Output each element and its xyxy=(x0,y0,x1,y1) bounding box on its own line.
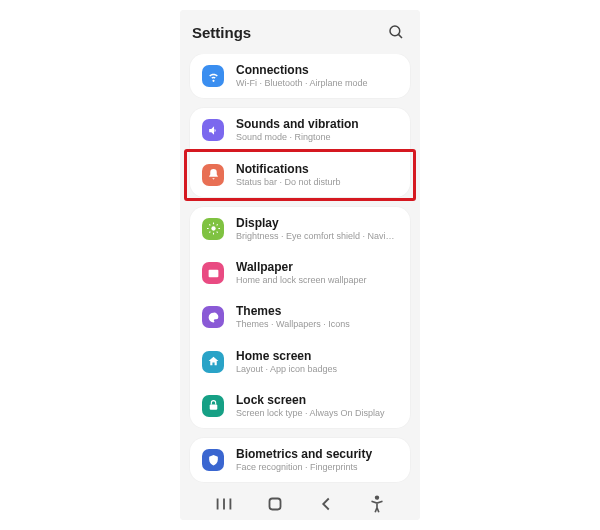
row-subtitle: Themes · Wallpapers · Icons xyxy=(236,319,350,330)
svg-point-10 xyxy=(375,496,378,499)
search-icon xyxy=(387,23,405,41)
row-subtitle: Brightness · Eye comfort shield · Naviga… xyxy=(236,231,398,242)
row-notifications[interactable]: Notifications Status bar · Do not distur… xyxy=(190,153,410,197)
svg-rect-9 xyxy=(269,499,280,510)
sun-icon xyxy=(202,218,224,240)
row-biometrics[interactable]: Biometrics and security Face recognition… xyxy=(190,438,410,482)
row-title: Wallpaper xyxy=(236,260,367,275)
wifi-icon xyxy=(202,65,224,87)
image-icon xyxy=(202,262,224,284)
page-title: Settings xyxy=(192,24,384,41)
row-title: Display xyxy=(236,216,398,231)
row-title: Biometrics and security xyxy=(236,447,372,462)
accessibility-button[interactable] xyxy=(366,493,388,515)
row-connections[interactable]: Connections Wi-Fi · Bluetooth · Airplane… xyxy=(190,54,410,98)
row-subtitle: Face recognition · Fingerprints xyxy=(236,462,372,473)
bell-icon xyxy=(202,164,224,186)
row-title: Home screen xyxy=(236,349,337,364)
settings-list: Connections Wi-Fi · Bluetooth · Airplane… xyxy=(180,54,420,488)
recents-button[interactable] xyxy=(213,493,235,515)
row-home[interactable]: Home screen Layout · App icon badges xyxy=(190,340,410,384)
back-icon xyxy=(315,493,337,515)
settings-group: Biometrics and security Face recognition… xyxy=(190,438,410,482)
back-button[interactable] xyxy=(315,493,337,515)
row-display[interactable]: Display Brightness · Eye comfort shield … xyxy=(190,207,410,251)
settings-group: Sounds and vibration Sound mode · Ringto… xyxy=(190,108,410,197)
recents-icon xyxy=(213,493,235,515)
svg-point-2 xyxy=(211,227,215,231)
row-title: Themes xyxy=(236,304,350,319)
search-button[interactable] xyxy=(384,20,408,44)
header: Settings xyxy=(180,10,420,54)
row-subtitle: Home and lock screen wallpaper xyxy=(236,275,367,286)
svg-rect-5 xyxy=(209,405,217,410)
shield-icon xyxy=(202,449,224,471)
accessibility-icon xyxy=(366,493,388,515)
home-button[interactable] xyxy=(264,493,286,515)
row-themes[interactable]: Themes Themes · Wallpapers · Icons xyxy=(190,295,410,339)
lock-icon xyxy=(202,395,224,417)
row-title: Connections xyxy=(236,63,368,78)
row-subtitle: Status bar · Do not disturb xyxy=(236,177,341,188)
palette-icon xyxy=(202,306,224,328)
row-title: Notifications xyxy=(236,162,341,177)
row-lock[interactable]: Lock screen Screen lock type · Always On… xyxy=(190,384,410,428)
settings-group: Display Brightness · Eye comfort shield … xyxy=(190,207,410,428)
row-wallpaper[interactable]: Wallpaper Home and lock screen wallpaper xyxy=(190,251,410,295)
home-nav-icon xyxy=(264,493,286,515)
settings-group: Connections Wi-Fi · Bluetooth · Airplane… xyxy=(190,54,410,98)
svg-point-0 xyxy=(390,26,400,36)
svg-point-4 xyxy=(210,271,212,273)
sound-icon xyxy=(202,119,224,141)
row-title: Sounds and vibration xyxy=(236,117,359,132)
row-subtitle: Wi-Fi · Bluetooth · Airplane mode xyxy=(236,78,368,89)
row-subtitle: Screen lock type · Always On Display xyxy=(236,408,385,419)
settings-screen: Settings Connections Wi-Fi · Bluetooth ·… xyxy=(180,10,420,520)
home-icon xyxy=(202,351,224,373)
android-navbar xyxy=(180,488,420,520)
row-sounds[interactable]: Sounds and vibration Sound mode · Ringto… xyxy=(190,108,410,152)
row-subtitle: Sound mode · Ringtone xyxy=(236,132,359,143)
svg-rect-3 xyxy=(208,269,218,277)
svg-line-1 xyxy=(398,34,402,38)
row-title: Lock screen xyxy=(236,393,385,408)
row-subtitle: Layout · App icon badges xyxy=(236,364,337,375)
